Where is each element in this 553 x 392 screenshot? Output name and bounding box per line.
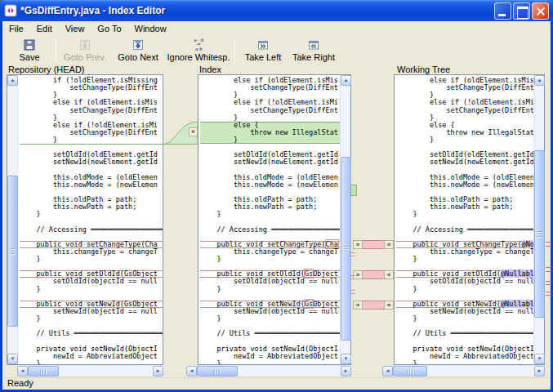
repository-vertical-scrollbar[interactable]: ▲ ▼ [7, 75, 18, 364]
code-line: this.newMode = (newElemen [396, 181, 533, 189]
index-horizontal-scrollbar[interactable]: ◄ ► [186, 365, 351, 376]
code-line: this.changeType = changeT [200, 248, 340, 256]
goto-prev-icon [78, 38, 91, 51]
scroll-up-icon[interactable]: ▲ [534, 75, 545, 86]
scroll-down-icon[interactable]: ▼ [7, 354, 18, 364]
code-line: } [200, 315, 340, 323]
code-line: } [396, 256, 533, 263]
code-line: } [396, 211, 533, 218]
discard-change-button[interactable]: x [189, 127, 198, 136]
overview-ruler-mark [546, 292, 551, 292]
working-tree-code-area[interactable]: else if (oldElement.isMis setChangeType(… [395, 75, 533, 364]
scrollbar-thumb[interactable] [197, 366, 238, 376]
save-button[interactable]: Save [6, 38, 53, 63]
scrollbar-thumb[interactable] [393, 366, 427, 376]
scroll-down-icon[interactable]: ▼ [341, 354, 351, 364]
take-left-button[interactable]: Take Left [238, 38, 288, 63]
working-tree-horizontal-scrollbar[interactable]: ◄ ► [382, 365, 545, 376]
diff-connector-changed [363, 301, 386, 310]
ignore-whitespace-button[interactable]: a· ·b=a·b Ignore Whitesp. [165, 38, 232, 63]
code-line: // Accessing ════════════════════ [20, 226, 163, 234]
take-left-label: Take Left [245, 52, 282, 62]
code-line: } [200, 211, 340, 218]
change-tick [350, 290, 355, 291]
code-line: setNewId(objectId == null [200, 308, 340, 315]
pane-title-repository: Repository (HEAD) [8, 65, 85, 74]
change-tick [350, 252, 355, 253]
code-line: this.newMode = (newElemen [20, 181, 163, 189]
window-title: *GsDiffEntry.java - Index Editor [20, 5, 494, 16]
toolbar-separator [56, 38, 56, 61]
code-line: } [200, 286, 340, 293]
scroll-left-icon[interactable]: ◄ [17, 366, 28, 376]
code-line: this.newPath = path; [20, 203, 163, 211]
apply-right-button[interactable]: » [353, 301, 363, 310]
scroll-down-icon[interactable]: ▼ [534, 354, 545, 364]
code-line: newId = AbbreviatedObject [20, 353, 163, 360]
change-tick [350, 278, 355, 279]
code-line: } [200, 360, 340, 364]
scroll-up-icon[interactable]: ▲ [7, 75, 18, 86]
ignore-whitespace-icon: a· ·b=a·b [190, 38, 207, 51]
menu-file[interactable]: File [2, 22, 30, 35]
scroll-left-icon[interactable]: ◄ [186, 366, 197, 376]
take-right-icon [307, 38, 320, 51]
apply-right-button[interactable]: » [353, 240, 363, 249]
scrollbar-thumb[interactable] [28, 366, 59, 376]
overview-ruler-mark [546, 281, 551, 282]
take-right-button[interactable]: Take Right [288, 38, 339, 63]
working-tree-vertical-scrollbar[interactable]: ▲ ▼ [533, 75, 544, 364]
apply-left-button[interactable]: « [384, 301, 394, 310]
code-line: } [20, 211, 163, 218]
window-controls [494, 2, 549, 20]
scroll-right-icon[interactable]: ► [534, 366, 545, 376]
maximize-button[interactable] [513, 2, 530, 20]
diff-connector-changed [363, 240, 386, 249]
change-tick [350, 275, 355, 276]
code-line: } [396, 360, 533, 364]
code-line: } [20, 136, 163, 144]
change-tick [350, 256, 355, 256]
index-code-area[interactable]: else if (oldElement.isMis setChangeType(… [198, 75, 340, 364]
change-tick [350, 293, 355, 294]
index-vertical-scrollbar[interactable]: ▲ ▼ [340, 75, 350, 364]
menu-bar: FileEditViewGo ToWindow [2, 21, 551, 36]
apply-left-button[interactable]: « [384, 270, 394, 279]
code-line: } [200, 256, 340, 263]
toolbar-separator [234, 38, 235, 61]
repository-horizontal-scrollbar[interactable]: ◄ ► [17, 365, 163, 376]
goto-next-label: Goto Next [118, 52, 158, 62]
scroll-right-icon[interactable]: ► [341, 366, 351, 376]
code-line: } [396, 136, 533, 144]
scroll-right-icon[interactable]: ► [153, 366, 163, 376]
menu-edit[interactable]: Edit [30, 22, 59, 35]
goto-next-button[interactable]: Goto Next [111, 38, 165, 63]
scroll-up-icon[interactable]: ▲ [341, 75, 351, 86]
goto-prev-button[interactable]: Goto Prev. [59, 38, 111, 63]
scroll-left-icon[interactable]: ◄ [382, 366, 393, 376]
close-button[interactable] [532, 2, 549, 20]
code-line: } [20, 315, 163, 323]
app-icon [4, 4, 17, 17]
code-line: this.newPath = path; [200, 203, 340, 211]
scrollbar-thumb[interactable] [7, 176, 18, 327]
title-bar[interactable]: *GsDiffEntry.java - Index Editor [0, 0, 553, 21]
code-line: // Utils ════════════════════════ [396, 330, 533, 337]
goto-prev-label: Goto Prev. [64, 52, 106, 62]
code-line: setOldId(objectId == null [20, 278, 163, 285]
pane-title-index: Index [199, 65, 221, 74]
apply-left-button[interactable]: « [384, 240, 394, 249]
working-tree-pane: else if (oldElement.isMis setChangeType(… [394, 74, 545, 365]
take-left-icon [256, 38, 270, 51]
diff-connector-added [163, 74, 198, 365]
pane-title-working-tree: Working Tree [397, 65, 450, 74]
minimize-button[interactable] [494, 2, 511, 20]
code-line: this.newMode = (newElemen [200, 181, 340, 189]
overview-ruler-mark [546, 271, 551, 272]
menu-view[interactable]: View [59, 22, 91, 35]
scrollbar-thumb[interactable] [534, 150, 545, 318]
menu-go-to[interactable]: Go To [91, 22, 127, 35]
menu-window[interactable]: Window [128, 22, 173, 35]
goto-next-icon [132, 38, 145, 51]
repository-code-area[interactable]: if (!oldElement.isMissing setChangeType(… [18, 75, 163, 364]
